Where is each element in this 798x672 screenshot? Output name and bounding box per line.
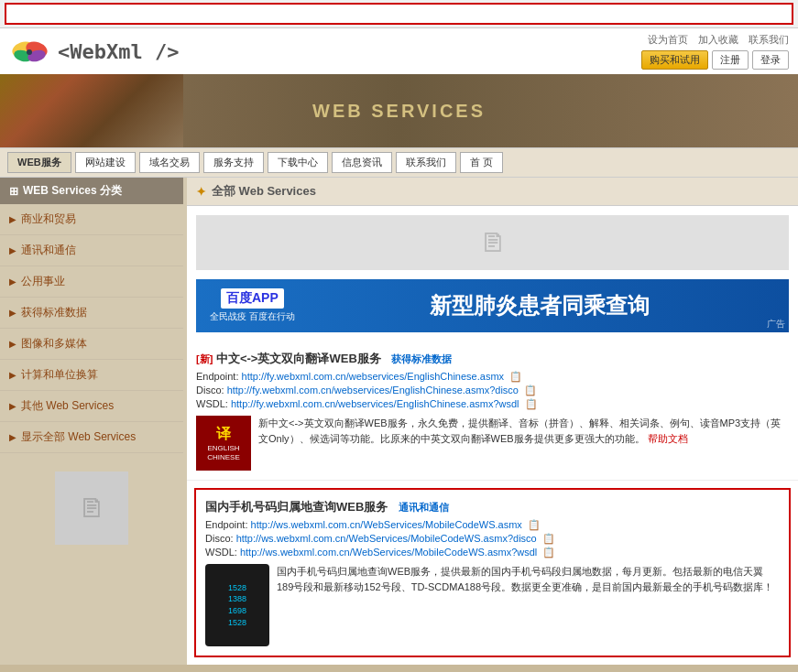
service2-wsdl-link[interactable]: http://ws.webxml.com.cn/WebServices/Mobi… <box>240 547 537 558</box>
service1-title-row: [新] 中文<->英文双向翻译WEB服务 获得标准数据 <box>196 351 789 367</box>
sidebar-item-all[interactable]: ▶ 显示全部 Web Services <box>0 422 183 453</box>
ad-logo-area: 百度APP 全民战疫 百度在行动 <box>210 288 295 323</box>
top-placeholder-image: 🖹 <box>196 215 789 270</box>
service1-thumbnail: 译 ENGLISHCHINESE <box>196 416 251 471</box>
logo-icon <box>9 36 50 68</box>
baidu-logo: 百度APP <box>221 288 284 309</box>
buy-trial-button[interactable]: 购买和试用 <box>641 50 708 70</box>
header-right: 设为首页 加入收藏 联系我们 购买和试用 注册 登录 <box>640 33 789 70</box>
sidebar-placeholder-image: 🖹 <box>55 471 128 545</box>
nav-item-download[interactable]: 下载中心 <box>268 152 328 173</box>
sidebar-label-media: 图像和多媒体 <box>21 336 87 352</box>
service2-desc-row: 1528138816981528 国内手机号码归属地查询WEB服务，提供最新的国… <box>205 564 780 646</box>
ad-banner[interactable]: 百度APP 全民战疫 百度在行动 新型肺炎患者同乘查询 广告 <box>196 279 789 332</box>
arrow-icon-commerce: ▶ <box>9 214 16 224</box>
service1-help-link[interactable]: 帮助文档 <box>648 433 688 444</box>
service1-tag: [新] <box>196 353 213 364</box>
sidebar-item-standards[interactable]: ▶ 获得标准数据 <box>0 298 183 329</box>
contact-link[interactable]: 联系我们 <box>749 34 789 45</box>
header-buttons: 购买和试用 注册 登录 <box>640 50 789 70</box>
content-header-title: 全部 Web Services <box>212 183 316 200</box>
service1-wsdl: WSDL: http://fy.webxml.com.cn/webservice… <box>196 398 789 410</box>
sidebar-label-commerce: 商业和贸易 <box>21 211 76 227</box>
service1-desc-row: 译 ENGLISHCHINESE 新中文<->英文双向翻译WEB服务，永久免费，… <box>196 416 789 471</box>
main-content: ⊞ WEB Services 分类 ▶ 商业和贸易 ▶ 通讯和通信 ▶ 公用事业… <box>0 178 798 665</box>
sidebar-label-standards: 获得标准数据 <box>21 305 87 320</box>
page-header: <WebXml /> 设为首页 加入收藏 联系我们 购买和试用 注册 登录 <box>0 28 798 74</box>
arrow-icon-calc: ▶ <box>9 370 16 380</box>
service2-thumbnail: 1528138816981528 <box>205 564 269 646</box>
register-button[interactable]: 注册 <box>712 50 749 70</box>
service1-title: 中文<->英文双向翻译WEB服务 <box>216 352 381 365</box>
service1-endpoint-icon: 📋 <box>509 371 522 382</box>
service2-category: 通讯和通信 <box>399 502 449 513</box>
sidebar-header-title: WEB Services 分类 <box>23 183 122 199</box>
service2-title-row: 国内手机号码归属地查询WEB服务 通讯和通信 <box>205 499 780 515</box>
service2-disco-icon: 📋 <box>542 533 555 544</box>
sidebar-item-media[interactable]: ▶ 图像和多媒体 <box>0 329 183 360</box>
service2-wsdl: WSDL: http://ws.webxml.com.cn/WebService… <box>205 547 780 558</box>
service-entry-translate: [新] 中文<->英文双向翻译WEB服务 获得标准数据 Endpoint: ht… <box>187 341 798 481</box>
arrow-icon-public: ▶ <box>9 276 16 287</box>
sidebar-label-all: 显示全部 Web Services <box>21 429 136 445</box>
ad-label: 广告 <box>767 318 785 331</box>
sidebar-header: ⊞ WEB Services 分类 <box>0 178 183 204</box>
nav-item-website[interactable]: 网站建设 <box>75 152 136 173</box>
phone-numbers-display: 1528138816981528 <box>228 582 246 628</box>
baidu-sub-text: 全民战疫 百度在行动 <box>210 310 295 323</box>
nav-item-domain[interactable]: 域名交易 <box>139 152 200 173</box>
bookmark-link[interactable]: 加入收藏 <box>698 34 738 45</box>
nav-item-news[interactable]: 信息资讯 <box>332 152 392 173</box>
service2-disco-link[interactable]: http://ws.webxml.com.cn/WebServices/Mobi… <box>236 533 537 544</box>
arrow-icon-other: ▶ <box>9 401 16 411</box>
arrow-icon-media: ▶ <box>9 339 16 349</box>
nav-item-home[interactable]: 首 页 <box>460 152 503 173</box>
sidebar-item-calc[interactable]: ▶ 计算和单位换算 <box>0 360 183 391</box>
sidebar: ⊞ WEB Services 分类 ▶ 商业和贸易 ▶ 通讯和通信 ▶ 公用事业… <box>0 178 183 665</box>
sidebar-grid-icon: ⊞ <box>9 185 18 198</box>
nav-item-webservices[interactable]: WEB服务 <box>7 152 71 173</box>
ad-main-text: 新型肺炎患者同乘查询 <box>304 291 775 320</box>
service2-endpoint-icon: 📋 <box>528 519 541 530</box>
sidebar-item-public[interactable]: ▶ 公用事业 <box>0 266 183 298</box>
broken-image-icon: 🖹 <box>79 493 104 524</box>
service1-wsdl-link[interactable]: http://fy.webxml.com.cn/webservices/Engl… <box>231 398 519 409</box>
nav-bar: WEB服务 网站建设 域名交易 服务支持 下载中心 信息资讯 联系我们 首 页 <box>0 147 798 178</box>
sidebar-item-other[interactable]: ▶ 其他 Web Services <box>0 391 183 422</box>
banner-bg-image <box>0 74 183 147</box>
service1-description: 新中文<->英文双向翻译WEB服务，永久免费，提供翻译、音标（拼音）、解释、相关… <box>258 416 789 471</box>
sidebar-label-telecom: 通讯和通信 <box>21 243 76 258</box>
login-button[interactable]: 登录 <box>752 50 789 70</box>
address-bar[interactable]: webxml.com.cn/zh_cn/web_services.aspx <box>5 3 793 25</box>
service1-endpoint-link[interactable]: http://fy.webxml.com.cn/webservices/Engl… <box>242 371 505 382</box>
service1-thumb-content: 译 ENGLISHCHINESE <box>207 425 240 461</box>
service2-title: 国内手机号码归属地查询WEB服务 <box>205 500 388 514</box>
service-entry-mobile: 国内手机号码归属地查询WEB服务 通讯和通信 Endpoint: http://… <box>194 488 791 657</box>
sidebar-label-public: 公用事业 <box>21 274 65 289</box>
service2-wsdl-icon: 📋 <box>542 547 555 558</box>
nav-item-contact[interactable]: 联系我们 <box>396 152 456 173</box>
service1-category: 获得标准数据 <box>391 353 452 364</box>
content-area: ✦ 全部 Web Services 🖹 百度APP 全民战疫 百度在行动 新型肺… <box>187 178 798 665</box>
service1-disco-link[interactable]: http://fy.webxml.com.cn/webservices/Engl… <box>227 385 519 396</box>
nav-item-support[interactable]: 服务支持 <box>203 152 264 173</box>
content-header: ✦ 全部 Web Services <box>187 178 798 206</box>
banner: WEB SERVICES <box>0 74 798 147</box>
header-links: 设为首页 加入收藏 联系我们 <box>640 33 789 47</box>
service2-endpoint-link[interactable]: http://ws.webxml.com.cn/WebServices/Mobi… <box>251 519 522 530</box>
arrow-icon-standards: ▶ <box>9 308 16 318</box>
sidebar-label-other: 其他 Web Services <box>21 398 114 414</box>
service2-description: 国内手机号码归属地查询WEB服务，提供最新的国内手机号码段归属地数据，每月更新。… <box>277 564 780 646</box>
service1-endpoint: Endpoint: http://fy.webxml.com.cn/webser… <box>196 371 789 383</box>
sidebar-item-commerce[interactable]: ▶ 商业和贸易 <box>0 204 183 235</box>
service2-disco: Disco: http://ws.webxml.com.cn/WebServic… <box>205 533 780 545</box>
broken-image-top-icon: 🖹 <box>480 228 506 258</box>
service2-endpoint: Endpoint: http://ws.webxml.com.cn/WebSer… <box>205 519 780 531</box>
sidebar-item-telecom[interactable]: ▶ 通讯和通信 <box>0 235 183 266</box>
sidebar-label-calc: 计算和单位换算 <box>21 367 98 383</box>
set-homepage-link[interactable]: 设为首页 <box>648 34 688 45</box>
service1-disco-icon: 📋 <box>524 385 537 396</box>
banner-title: WEB SERVICES <box>312 101 486 122</box>
logo-text: <WebXml /> <box>58 40 179 63</box>
svg-point-4 <box>27 49 32 55</box>
